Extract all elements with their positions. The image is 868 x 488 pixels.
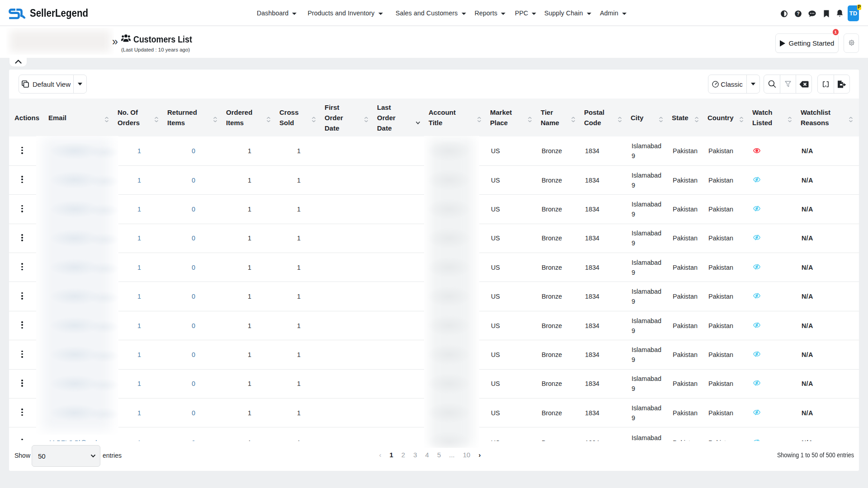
svg-text:?: ? xyxy=(797,11,799,16)
